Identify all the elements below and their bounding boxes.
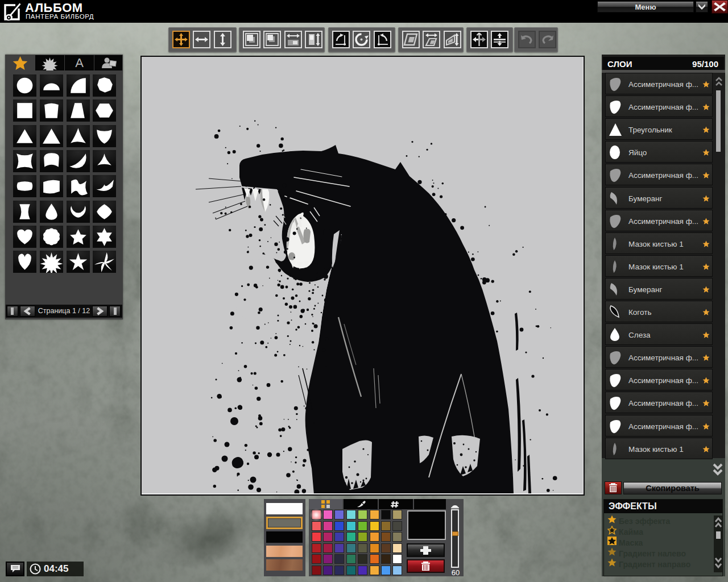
svg-text:A: A bbox=[75, 56, 84, 70]
